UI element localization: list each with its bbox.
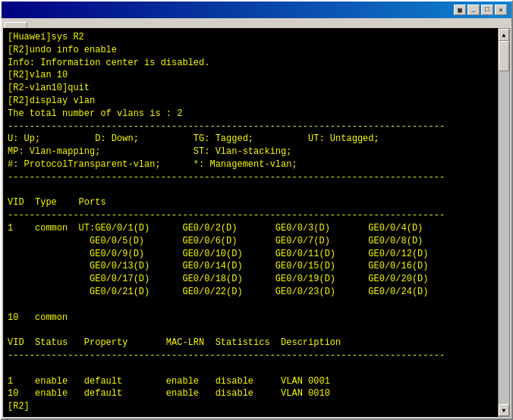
close-button[interactable]: ✕ — [495, 5, 507, 15]
scrollbar: ▲ ▼ — [498, 28, 510, 417]
terminal-output[interactable]: [Huawei]sys R2 [R2]undo info enable Info… — [3, 28, 498, 417]
scroll-track[interactable] — [499, 41, 509, 404]
minimize-button[interactable]: _ — [467, 5, 480, 15]
restore-button[interactable]: ▦ — [454, 5, 466, 15]
window-controls: ▦ _ □ ✕ — [454, 5, 507, 15]
scroll-up-button[interactable]: ▲ — [499, 29, 509, 41]
main-window: ▦ _ □ ✕ [Huawei]sys R2 [R2]undo info ena… — [0, 0, 513, 420]
tab-bar — [2, 18, 511, 27]
scroll-thumb[interactable] — [499, 41, 509, 71]
title-bar: ▦ _ □ ✕ — [2, 2, 511, 18]
tab-sw1[interactable] — [5, 22, 27, 27]
terminal-wrapper: [Huawei]sys R2 [R2]undo info enable Info… — [2, 27, 511, 418]
scroll-down-button[interactable]: ▼ — [499, 404, 509, 416]
maximize-button[interactable]: □ — [481, 5, 493, 15]
